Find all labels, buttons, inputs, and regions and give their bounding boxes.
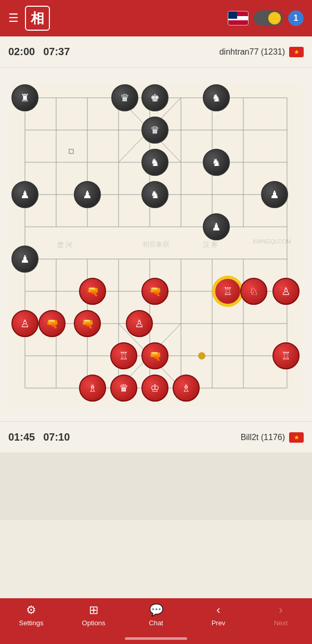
piece-red-pawn-1[interactable]: ♙ <box>272 278 300 305</box>
piece-red-cannon-4[interactable]: 🔫 <box>74 310 101 337</box>
prev-label: Prev <box>212 619 226 627</box>
notification-badge[interactable]: 1 <box>288 10 304 26</box>
piece-black-horse-2[interactable]: ♞ <box>141 149 168 176</box>
bottom-navigation: ⚙ Settings ⊞ Options 💬 Chat ‹ Prev › Nex… <box>0 598 312 644</box>
header-right: 1 <box>228 10 304 26</box>
top-timers: 02:00 07:37 <box>8 46 70 58</box>
bottom-player-details: Bill2t (1176) ★ <box>241 432 304 443</box>
bottom-timers: 01:45 07:10 <box>8 431 70 443</box>
piece-red-rook-1[interactable]: ♖ <box>110 342 137 369</box>
piece-red-general[interactable]: ♛ <box>110 375 137 402</box>
piece-red-general-2[interactable]: ♔ <box>141 375 168 402</box>
piece-black-advisor-1[interactable]: ♛ <box>111 84 138 111</box>
bottom-timer-2: 07:10 <box>43 431 70 443</box>
game-board[interactable]: 楚 河 汉 界 相弈象棋 XIANGQI.COM ♜ ♛ ♚ ♞ ♛ ♞ ♞ ♟… <box>10 83 302 406</box>
prev-icon: ‹ <box>216 603 220 617</box>
next-icon: › <box>279 603 282 617</box>
piece-black-horse-3[interactable]: ♞ <box>203 149 230 176</box>
piece-black-pawn-6[interactable]: ♟ <box>11 246 38 273</box>
ad-spacer <box>0 453 312 520</box>
piece-red-horse-1[interactable]: ♘ <box>240 278 267 305</box>
theme-toggle[interactable] <box>254 10 283 26</box>
settings-label: Settings <box>19 619 44 627</box>
piece-black-pawn-1[interactable]: ♟ <box>11 181 38 208</box>
piece-red-pawn-3[interactable]: ♙ <box>126 310 153 337</box>
piece-black-pawn-5[interactable]: ♟ <box>203 213 230 240</box>
nav-options[interactable]: ⊞ Options <box>62 603 125 627</box>
bottom-timer-1: 01:45 <box>8 431 35 443</box>
piece-red-cannon-5[interactable]: 🔫 <box>141 342 168 369</box>
svg-text:楚 河: 楚 河 <box>57 241 72 249</box>
piece-black-pawn-4[interactable]: ♟ <box>261 181 288 208</box>
piece-red-rook-selected[interactable]: ♖ <box>214 278 241 305</box>
piece-red-cannon-1[interactable]: 🔫 <box>79 278 106 305</box>
app-logo[interactable]: 相 <box>25 6 50 31</box>
top-player-details: dinhtran77 (1231) ★ <box>219 47 304 57</box>
piece-black-general-2[interactable]: ♛ <box>141 117 168 144</box>
top-player-flag: ★ <box>289 47 304 57</box>
nav-prev[interactable]: ‹ Prev <box>187 603 250 627</box>
move-dot-marker <box>198 352 205 359</box>
nav-chat[interactable]: 💬 Chat <box>125 603 187 627</box>
nav-settings[interactable]: ⚙ Settings <box>0 603 62 627</box>
piece-red-cannon-3[interactable]: 🔫 <box>38 310 66 337</box>
piece-red-rook-2[interactable]: ♖ <box>272 342 300 369</box>
top-player-info: 02:00 07:37 dinhtran77 (1231) ★ <box>0 36 312 68</box>
bottom-player-info: 01:45 07:10 Bill2t (1176) ★ <box>0 421 312 453</box>
piece-red-cannon-2[interactable]: 🔫 <box>141 278 168 305</box>
nav-next[interactable]: › Next <box>250 603 312 627</box>
top-player-name: dinhtran77 (1231) <box>219 47 285 57</box>
bottom-player-name: Bill2t (1176) <box>241 433 285 442</box>
piece-red-pawn-2[interactable]: ♙ <box>11 310 38 337</box>
options-label: Options <box>82 619 106 627</box>
piece-black-rook-1[interactable]: ♜ <box>11 84 38 111</box>
piece-black-pawn-2[interactable]: ♟ <box>74 181 101 208</box>
home-indicator <box>125 637 187 640</box>
chat-icon: 💬 <box>149 603 163 617</box>
settings-icon: ⚙ <box>26 603 36 617</box>
piece-black-pawn-3[interactable]: ♞ <box>141 181 168 208</box>
piece-red-advisor-2[interactable]: ♗ <box>173 375 200 402</box>
svg-text:汉 界: 汉 界 <box>203 241 218 249</box>
options-icon: ⊞ <box>89 603 98 617</box>
chat-label: Chat <box>149 619 163 627</box>
app-header: ☰ 相 1 <box>0 0 312 36</box>
piece-black-horse-1[interactable]: ♞ <box>203 84 230 111</box>
language-flag[interactable] <box>228 11 249 25</box>
piece-black-general[interactable]: ♚ <box>141 84 168 111</box>
piece-red-advisor-1[interactable]: ♗ <box>79 375 106 402</box>
bottom-player-flag: ★ <box>289 432 304 443</box>
menu-icon[interactable]: ☰ <box>8 11 19 25</box>
top-timer-1: 02:00 <box>8 46 35 58</box>
next-label: Next <box>274 619 288 627</box>
top-timer-2: 07:37 <box>43 46 70 58</box>
board-container: 楚 河 汉 界 相弈象棋 XIANGQI.COM ♜ ♛ ♚ ♞ ♛ ♞ ♞ ♟… <box>0 68 312 421</box>
